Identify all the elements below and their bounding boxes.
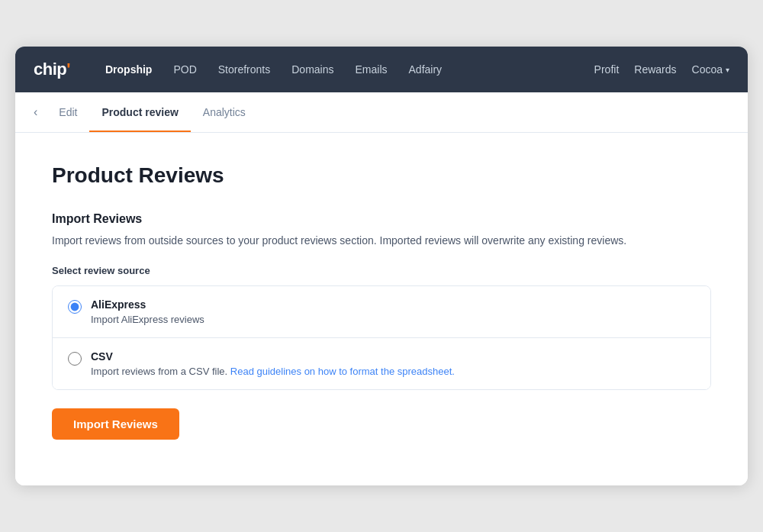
- aliexpress-desc: Import AliExpress reviews: [91, 314, 204, 325]
- nav-domains[interactable]: Domains: [281, 47, 344, 92]
- main-content: Product Reviews Import Reviews Import re…: [15, 133, 748, 485]
- tab-edit[interactable]: Edit: [47, 92, 89, 132]
- csv-label: CSV: [91, 350, 455, 363]
- app-window: chip' Dropship POD Storefronts Domains E…: [15, 47, 748, 485]
- tab-product-review[interactable]: Product review: [89, 92, 190, 132]
- source-label: Select review source: [52, 265, 711, 276]
- subnav: ‹ Edit Product review Analytics: [15, 92, 748, 133]
- radio-csv[interactable]: [68, 352, 82, 366]
- back-button[interactable]: ‹: [34, 93, 47, 131]
- option-csv: CSV Import reviews from a CSV file. Read…: [53, 338, 710, 389]
- navbar: chip' Dropship POD Storefronts Domains E…: [15, 47, 748, 92]
- nav-profit[interactable]: Profit: [594, 63, 620, 76]
- csv-desc: Import reviews from a CSV file. Read gui…: [91, 366, 455, 377]
- csv-guidelines-link[interactable]: Read guidelines on how to format the spr…: [230, 366, 455, 377]
- nav-emails[interactable]: Emails: [345, 47, 398, 92]
- navbar-links: Dropship POD Storefronts Domains Emails …: [95, 47, 594, 92]
- option-aliexpress: AliExpress Import AliExpress reviews: [53, 286, 710, 338]
- nav-dropship[interactable]: Dropship: [95, 47, 163, 92]
- nav-pod[interactable]: POD: [163, 47, 207, 92]
- aliexpress-label: AliExpress: [91, 298, 204, 311]
- radio-aliexpress[interactable]: [68, 300, 82, 314]
- import-reviews-button[interactable]: Import Reviews: [52, 408, 179, 440]
- import-reviews-title: Import Reviews: [52, 212, 711, 226]
- nav-storefronts[interactable]: Storefronts: [208, 47, 281, 92]
- import-reviews-desc: Import reviews from outside sources to y…: [52, 232, 711, 249]
- nav-rewards[interactable]: Rewards: [634, 63, 676, 76]
- chevron-down-icon: ▾: [726, 66, 729, 74]
- navbar-right: Profit Rewards Cocoa ▾: [594, 63, 729, 76]
- review-source-options: AliExpress Import AliExpress reviews CSV…: [52, 285, 711, 390]
- tab-analytics[interactable]: Analytics: [191, 92, 258, 132]
- nav-adfairy[interactable]: Adfairy: [398, 47, 453, 92]
- nav-cocoa[interactable]: Cocoa ▾: [692, 63, 729, 76]
- page-title: Product Reviews: [52, 163, 711, 188]
- logo: chip': [34, 60, 70, 79]
